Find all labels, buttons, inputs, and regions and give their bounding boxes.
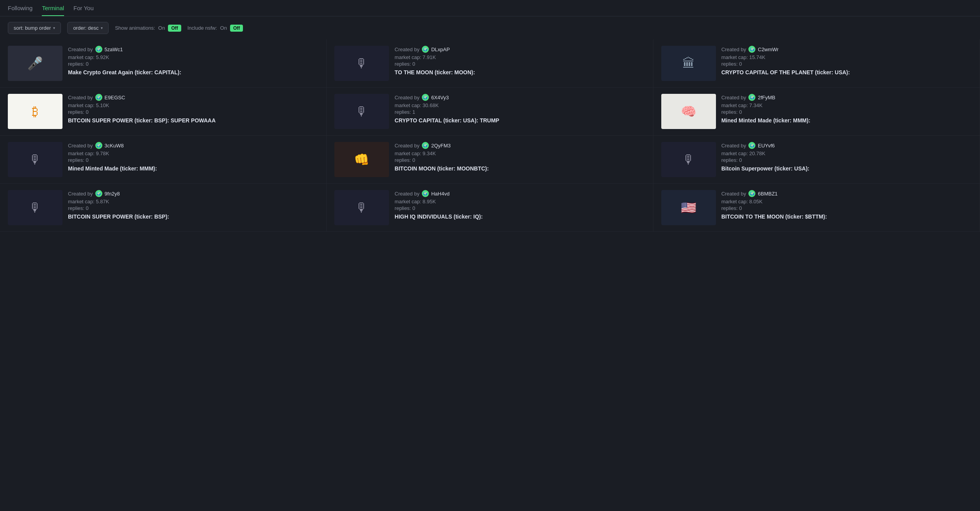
nsfw-label: Include nsfw: (187, 25, 217, 31)
list-item[interactable]: 🎙 Created by 🌍 6X4Vy3 market cap: 30.68K… (327, 88, 653, 136)
card-market-cap: market cap: 5.92K (68, 54, 318, 60)
list-item[interactable]: 🏛 Created by 🌍 C2wmWr market cap: 15.74K… (653, 39, 980, 88)
card-replies: replies: 1 (394, 109, 645, 115)
created-by-label: Created by (68, 95, 93, 100)
card-market-cap: market cap: 7.91K (394, 54, 645, 60)
created-by-label: Created by (68, 47, 93, 52)
card-info: Created by 🌍 6X4Vy3 market cap: 30.68K r… (394, 94, 645, 124)
card-thumbnail: 🏛 (661, 46, 716, 81)
card-info: Created by 🌍 E9EGSC market cap: 5.10K re… (68, 94, 318, 124)
creator-avatar-icon: 🌍 (422, 142, 429, 149)
nsfw-off-toggle[interactable]: Off (230, 25, 243, 32)
card-thumbnail: 🎙 (8, 142, 62, 177)
card-thumbnail: 🎙 (334, 46, 389, 81)
card-title: CRYPTO CAPITAL OF THE PLANET (ticker: US… (721, 69, 972, 75)
card-replies: replies: 0 (721, 205, 972, 211)
card-replies: replies: 0 (68, 157, 318, 163)
order-label: order: desc (73, 25, 98, 31)
tab-following[interactable]: Following (8, 5, 32, 16)
card-creator: Created by 🌍 EUYvf6 (721, 142, 972, 149)
creator-avatar-icon: 🌍 (422, 46, 429, 53)
card-thumbnail: ₿ (8, 94, 62, 129)
card-creator: Created by 🌍 9fn2y8 (68, 190, 318, 197)
order-dropdown[interactable]: order: desc ▾ (67, 22, 109, 34)
creator-avatar-icon: 🌍 (95, 94, 102, 101)
card-creator: Created by 🌍 3cKuW8 (68, 142, 318, 149)
card-title: Make Crypto Great Again (ticker: CAPITAL… (68, 69, 318, 75)
created-by-label: Created by (68, 191, 93, 197)
list-item[interactable]: 🎙 Created by 🌍 EUYvf6 market cap: 20.78K… (653, 136, 980, 184)
creator-name: 5zaWc1 (105, 47, 123, 52)
card-replies: replies: 0 (394, 205, 645, 211)
created-by-label: Created by (394, 95, 419, 100)
card-replies: replies: 0 (721, 61, 972, 67)
animations-label: Show animations: (115, 25, 155, 31)
creator-avatar-icon: 🌍 (95, 142, 102, 149)
list-item[interactable]: 🇺🇸 Created by 🌍 6BMBZ1 market cap: 8.05K… (653, 184, 980, 232)
animations-off-toggle[interactable]: Off (168, 25, 181, 32)
card-replies: replies: 0 (721, 157, 972, 163)
card-creator: Created by 🌍 HaH4vd (394, 190, 645, 197)
card-thumbnail: 🎙 (661, 142, 716, 177)
created-by-label: Created by (721, 191, 746, 197)
card-info: Created by 🌍 HaH4vd market cap: 8.95K re… (394, 190, 645, 220)
card-replies: replies: 0 (721, 109, 972, 115)
card-info: Created by 🌍 9fn2y8 market cap: 5.87K re… (68, 190, 318, 220)
creator-avatar-icon: 🌍 (422, 94, 429, 101)
card-market-cap: market cap: 9.78K (68, 151, 318, 156)
card-title: HIGH IQ INDIVIDUALS (ticker: IQ): (394, 213, 645, 220)
card-market-cap: market cap: 5.87K (68, 199, 318, 204)
list-item[interactable]: 🎙 Created by 🌍 3cKuW8 market cap: 9.78K … (0, 136, 327, 184)
creator-avatar-icon: 🌍 (422, 190, 429, 197)
card-market-cap: market cap: 20.78K (721, 151, 972, 156)
creator-name: HaH4vd (431, 191, 450, 197)
tab-for-you[interactable]: For You (73, 5, 94, 16)
card-info: Created by 🌍 3cKuW8 market cap: 9.78K re… (68, 142, 318, 172)
card-info: Created by 🌍 5zaWc1 market cap: 5.92K re… (68, 46, 318, 75)
created-by-label: Created by (394, 191, 419, 197)
creator-name: EUYvf6 (758, 143, 775, 149)
card-title: Mined Minted Made (ticker: MMM): (721, 117, 972, 124)
card-title: BITCOIN SUPER POWER (ticker: BSP): (68, 213, 318, 220)
card-title: BITCOIN MOON (ticker: MOONBTC): (394, 165, 645, 172)
card-info: Created by 🌍 2fFyMB market cap: 7.34K re… (721, 94, 972, 124)
card-info: Created by 🌍 EUYvf6 market cap: 20.78K r… (721, 142, 972, 172)
list-item[interactable]: 🎙 Created by 🌍 DLxpAP market cap: 7.91K … (327, 39, 653, 88)
card-replies: replies: 0 (68, 109, 318, 115)
card-creator: Created by 🌍 6BMBZ1 (721, 190, 972, 197)
card-market-cap: market cap: 7.34K (721, 102, 972, 108)
creator-name: 6X4Vy3 (431, 95, 449, 100)
created-by-label: Created by (721, 47, 746, 52)
animations-on-label: On (158, 25, 165, 31)
card-thumbnail: 👊 (334, 142, 389, 177)
card-title: Bitcoin Superpower (ticker: USA): (721, 165, 972, 172)
card-title: BITCOIN TO THE MOON (ticker: $BTTM): (721, 213, 972, 220)
tab-terminal[interactable]: Terminal (42, 5, 64, 16)
card-title: CRYPTO CAPITAL (ticker: USA): TRUMP (394, 117, 645, 124)
creator-name: 2QyFM3 (431, 143, 451, 149)
list-item[interactable]: 👊 Created by 🌍 2QyFM3 market cap: 9.34K … (327, 136, 653, 184)
animations-toggle-group: Show animations: On Off (115, 25, 181, 32)
card-title: Mined Minted Made (ticker: MMM): (68, 165, 318, 172)
list-item[interactable]: 🧠 Created by 🌍 2fFyMB market cap: 7.34K … (653, 88, 980, 136)
nsfw-toggle-group: Include nsfw: On Off (187, 25, 243, 32)
creator-avatar-icon: 🌍 (748, 190, 755, 197)
card-market-cap: market cap: 8.95K (394, 199, 645, 204)
creator-avatar-icon: 🌍 (95, 46, 102, 53)
card-market-cap: market cap: 9.34K (394, 151, 645, 156)
list-item[interactable]: 🎙 Created by 🌍 9fn2y8 market cap: 5.87K … (0, 184, 327, 232)
card-replies: replies: 0 (68, 61, 318, 67)
card-market-cap: market cap: 8.05K (721, 199, 972, 204)
list-item[interactable]: 🎙 Created by 🌍 HaH4vd market cap: 8.95K … (327, 184, 653, 232)
order-chevron-icon: ▾ (101, 26, 103, 30)
created-by-label: Created by (721, 143, 746, 149)
created-by-label: Created by (721, 95, 746, 100)
card-thumbnail: 🇺🇸 (661, 190, 716, 225)
list-item[interactable]: ₿ Created by 🌍 E9EGSC market cap: 5.10K … (0, 88, 327, 136)
list-item[interactable]: 🎤 Created by 🌍 5zaWc1 market cap: 5.92K … (0, 39, 327, 88)
sort-dropdown[interactable]: sort: bump order ▾ (8, 22, 61, 34)
creator-avatar-icon: 🌍 (748, 94, 755, 101)
card-replies: replies: 0 (394, 61, 645, 67)
card-replies: replies: 0 (394, 157, 645, 163)
card-info: Created by 🌍 C2wmWr market cap: 15.74K r… (721, 46, 972, 75)
